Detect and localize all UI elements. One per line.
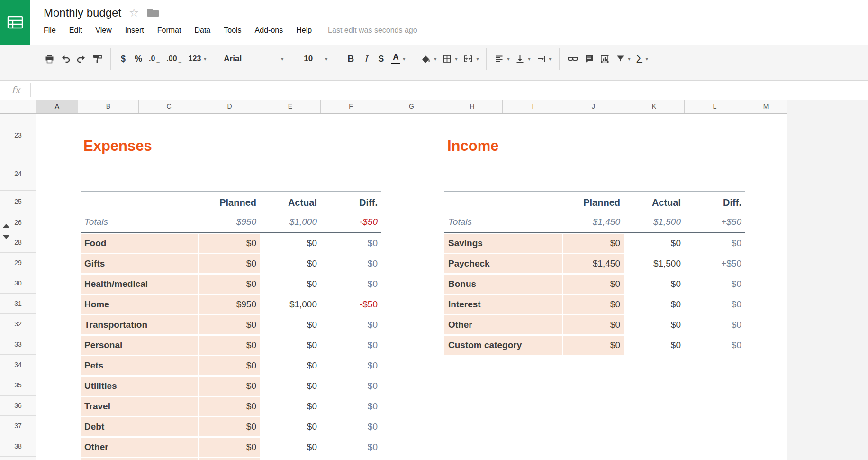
category-cell[interactable]: Savings bbox=[444, 234, 562, 253]
actual-cell[interactable]: $1,500 bbox=[624, 254, 685, 273]
planned-cell[interactable]: $0 bbox=[199, 336, 260, 355]
category-cell[interactable]: Bonus bbox=[444, 275, 562, 294]
column-header[interactable]: B bbox=[78, 100, 139, 113]
category-cell[interactable]: Interest bbox=[444, 295, 562, 314]
menu-item[interactable]: Format bbox=[157, 26, 181, 35]
planned-cell[interactable]: $0 bbox=[199, 315, 260, 334]
category-cell[interactable]: Gifts bbox=[81, 254, 198, 273]
category-cell[interactable]: Personal bbox=[81, 336, 198, 355]
actual-cell[interactable]: $0 bbox=[260, 397, 321, 416]
folder-icon[interactable] bbox=[147, 8, 159, 18]
column-header[interactable]: A bbox=[36, 100, 78, 113]
totals-planned[interactable]: $1,450 bbox=[563, 212, 624, 232]
decrease-decimal-button[interactable]: .0← bbox=[146, 49, 163, 68]
diff-cell[interactable]: $0 bbox=[685, 315, 745, 334]
column-header[interactable]: F bbox=[321, 100, 381, 113]
actual-cell[interactable]: $0 bbox=[624, 295, 685, 314]
planned-cell[interactable]: $0 bbox=[563, 336, 624, 355]
column-header[interactable]: G bbox=[381, 100, 442, 113]
planned-cell[interactable]: $0 bbox=[563, 234, 624, 253]
diff-cell[interactable]: $0 bbox=[685, 234, 745, 253]
column-header[interactable]: K bbox=[624, 100, 685, 113]
row-header[interactable]: 29 bbox=[0, 253, 36, 273]
menu-item[interactable]: View bbox=[95, 26, 111, 35]
row-header[interactable]: 31 bbox=[0, 294, 36, 314]
diff-cell[interactable]: $0 bbox=[321, 397, 381, 416]
category-cell[interactable]: Transportation bbox=[81, 315, 198, 334]
menu-item[interactable]: Data bbox=[194, 26, 210, 35]
totals-actual[interactable]: $1,000 bbox=[260, 212, 321, 232]
planned-cell[interactable]: $950 bbox=[199, 295, 260, 314]
increase-decimal-button[interactable]: .00→ bbox=[163, 49, 185, 68]
insert-link-button[interactable] bbox=[564, 49, 581, 68]
actual-cell[interactable]: $0 bbox=[624, 315, 685, 334]
diff-cell[interactable]: $0 bbox=[321, 417, 381, 436]
diff-cell[interactable]: $0 bbox=[321, 315, 381, 334]
category-cell[interactable]: Home bbox=[81, 295, 198, 314]
actual-cell[interactable]: $0 bbox=[260, 336, 321, 355]
planned-cell[interactable]: $0 bbox=[199, 397, 260, 416]
insert-chart-button[interactable] bbox=[597, 49, 613, 68]
insert-comment-button[interactable] bbox=[581, 49, 597, 68]
fill-color-button[interactable]: ▾ bbox=[418, 49, 439, 68]
planned-cell[interactable]: $0 bbox=[199, 377, 260, 396]
column-label[interactable]: Actual bbox=[260, 192, 321, 212]
sheets-logo-icon[interactable] bbox=[0, 0, 30, 45]
column-label[interactable]: Planned bbox=[199, 192, 260, 212]
row-header[interactable]: 26 bbox=[0, 212, 36, 232]
planned-cell[interactable]: $0 bbox=[199, 417, 260, 436]
last-edit-status[interactable]: Last edit was seconds ago bbox=[328, 26, 417, 35]
actual-cell[interactable]: $0 bbox=[260, 356, 321, 375]
paint-format-button[interactable] bbox=[90, 49, 106, 68]
actual-cell[interactable]: $0 bbox=[624, 275, 685, 294]
income-title[interactable]: Income bbox=[444, 138, 745, 155]
category-cell[interactable]: Debt bbox=[81, 417, 198, 436]
row-header[interactable]: 30 bbox=[0, 273, 36, 294]
planned-cell[interactable]: $0 bbox=[199, 234, 260, 253]
font-family-select[interactable]: Arial▾ bbox=[219, 49, 288, 68]
menu-item[interactable]: Insert bbox=[125, 26, 144, 35]
column-header[interactable]: C bbox=[139, 100, 199, 113]
italic-button[interactable]: I bbox=[358, 49, 373, 68]
row-header[interactable]: 36 bbox=[0, 396, 36, 416]
row-header[interactable]: 24 bbox=[0, 156, 36, 191]
planned-cell[interactable]: $1,450 bbox=[563, 254, 624, 273]
row-header[interactable]: 23 bbox=[0, 114, 36, 156]
category-cell[interactable]: Utilities bbox=[81, 377, 198, 396]
horizontal-align-button[interactable]: ▾ bbox=[491, 49, 512, 68]
menu-item[interactable]: Help bbox=[296, 26, 312, 35]
column-label[interactable]: Actual bbox=[624, 192, 685, 212]
diff-cell[interactable]: $0 bbox=[321, 438, 381, 457]
column-header[interactable]: L bbox=[685, 100, 745, 113]
planned-cell[interactable]: $0 bbox=[563, 315, 624, 334]
diff-cell[interactable]: $0 bbox=[321, 234, 381, 253]
star-icon[interactable]: ☆ bbox=[129, 7, 139, 18]
actual-cell[interactable]: $0 bbox=[260, 417, 321, 436]
actual-cell[interactable]: $0 bbox=[260, 377, 321, 396]
menu-item[interactable]: Tools bbox=[224, 26, 241, 35]
bold-button[interactable]: B bbox=[343, 49, 358, 68]
category-cell[interactable]: Other bbox=[444, 315, 562, 334]
print-button[interactable] bbox=[42, 49, 57, 68]
actual-cell[interactable]: $0 bbox=[624, 336, 685, 355]
row-header[interactable]: 37 bbox=[0, 416, 36, 436]
actual-cell[interactable]: $0 bbox=[260, 438, 321, 457]
borders-button[interactable]: ▾ bbox=[439, 49, 460, 68]
diff-cell[interactable]: $0 bbox=[685, 295, 745, 314]
diff-cell[interactable]: $0 bbox=[321, 336, 381, 355]
select-all-corner[interactable] bbox=[0, 100, 36, 113]
document-title[interactable]: Monthly budget bbox=[44, 6, 121, 19]
actual-cell[interactable]: $0 bbox=[260, 275, 321, 294]
totals-diff[interactable]: +$50 bbox=[685, 212, 745, 232]
percent-format-button[interactable]: % bbox=[131, 49, 146, 68]
column-header[interactable]: I bbox=[503, 100, 563, 113]
actual-cell[interactable]: $0 bbox=[624, 234, 685, 253]
menu-item[interactable]: Add-ons bbox=[255, 26, 283, 35]
column-label[interactable]: Planned bbox=[563, 192, 624, 212]
diff-cell[interactable]: $0 bbox=[685, 275, 745, 294]
planned-cell[interactable]: $0 bbox=[563, 275, 624, 294]
column-header[interactable]: J bbox=[563, 100, 624, 113]
redo-button[interactable] bbox=[73, 49, 90, 68]
totals-label[interactable]: Totals bbox=[81, 212, 199, 232]
currency-format-button[interactable]: $ bbox=[116, 49, 131, 68]
